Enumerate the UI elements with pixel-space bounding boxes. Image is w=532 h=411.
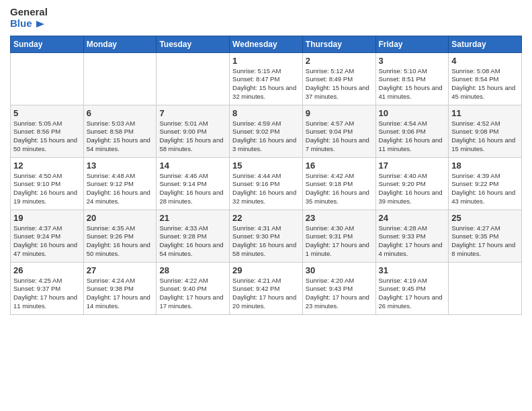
day-number: 15 bbox=[232, 161, 300, 171]
logo-triangle-icon bbox=[34, 18, 46, 30]
week-row-3: 12Sunrise: 4:50 AM Sunset: 9:10 PM Dayli… bbox=[11, 157, 522, 210]
day-number: 29 bbox=[232, 265, 300, 275]
day-cell: 5Sunrise: 5:05 AM Sunset: 8:56 PM Daylig… bbox=[11, 105, 84, 157]
day-info: Sunrise: 4:37 AM Sunset: 9:24 PM Dayligh… bbox=[13, 224, 81, 259]
page: General Blue SundayMondayTuesdayWednesda… bbox=[0, 0, 532, 411]
day-cell: 3Sunrise: 5:10 AM Sunset: 8:51 PM Daylig… bbox=[375, 52, 449, 105]
day-cell: 22Sunrise: 4:31 AM Sunset: 9:30 PM Dayli… bbox=[230, 210, 303, 262]
day-number: 3 bbox=[379, 56, 446, 66]
header: General Blue bbox=[10, 7, 522, 30]
day-number: 16 bbox=[306, 161, 373, 171]
day-info: Sunrise: 5:03 AM Sunset: 8:58 PM Dayligh… bbox=[87, 120, 154, 154]
day-info: Sunrise: 4:50 AM Sunset: 9:10 PM Dayligh… bbox=[13, 172, 81, 206]
day-info: Sunrise: 4:31 AM Sunset: 9:30 PM Dayligh… bbox=[232, 224, 300, 259]
day-number: 18 bbox=[451, 161, 519, 171]
day-number: 12 bbox=[13, 161, 81, 171]
day-info: Sunrise: 4:44 AM Sunset: 9:16 PM Dayligh… bbox=[232, 172, 300, 206]
day-number: 27 bbox=[87, 265, 154, 275]
day-number: 25 bbox=[451, 213, 519, 223]
day-cell: 29Sunrise: 4:21 AM Sunset: 9:42 PM Dayli… bbox=[230, 262, 303, 314]
day-info: Sunrise: 5:15 AM Sunset: 8:47 PM Dayligh… bbox=[232, 67, 300, 101]
weekday-header-friday: Friday bbox=[375, 36, 449, 52]
day-number: 1 bbox=[232, 56, 300, 66]
day-number: 31 bbox=[379, 265, 446, 275]
day-cell: 19Sunrise: 4:37 AM Sunset: 9:24 PM Dayli… bbox=[11, 210, 84, 262]
day-cell: 18Sunrise: 4:39 AM Sunset: 9:22 PM Dayli… bbox=[449, 157, 522, 210]
day-cell: 24Sunrise: 4:28 AM Sunset: 9:33 PM Dayli… bbox=[375, 210, 449, 262]
day-cell: 31Sunrise: 4:19 AM Sunset: 9:45 PM Dayli… bbox=[375, 262, 449, 314]
day-info: Sunrise: 4:20 AM Sunset: 9:43 PM Dayligh… bbox=[306, 277, 373, 311]
weekday-header-tuesday: Tuesday bbox=[157, 36, 230, 52]
day-info: Sunrise: 4:25 AM Sunset: 9:37 PM Dayligh… bbox=[13, 277, 81, 311]
day-number: 30 bbox=[306, 265, 373, 275]
day-number: 13 bbox=[87, 161, 154, 171]
day-info: Sunrise: 4:39 AM Sunset: 9:22 PM Dayligh… bbox=[451, 172, 519, 206]
day-number: 14 bbox=[159, 161, 226, 171]
day-cell: 25Sunrise: 4:27 AM Sunset: 9:35 PM Dayli… bbox=[449, 210, 522, 262]
day-info: Sunrise: 4:28 AM Sunset: 9:33 PM Dayligh… bbox=[379, 224, 446, 259]
day-info: Sunrise: 4:33 AM Sunset: 9:28 PM Dayligh… bbox=[159, 224, 226, 259]
day-number: 9 bbox=[306, 108, 373, 118]
day-cell bbox=[83, 52, 157, 105]
day-cell: 13Sunrise: 4:48 AM Sunset: 9:12 PM Dayli… bbox=[83, 157, 157, 210]
day-cell bbox=[157, 52, 230, 105]
day-number: 28 bbox=[159, 265, 226, 275]
day-number: 6 bbox=[87, 108, 154, 118]
day-info: Sunrise: 5:10 AM Sunset: 8:51 PM Dayligh… bbox=[379, 67, 446, 101]
day-cell: 2Sunrise: 5:12 AM Sunset: 8:49 PM Daylig… bbox=[302, 52, 375, 105]
svg-marker-0 bbox=[36, 21, 44, 28]
day-info: Sunrise: 4:30 AM Sunset: 9:31 PM Dayligh… bbox=[306, 224, 373, 259]
day-number: 22 bbox=[232, 213, 300, 223]
day-info: Sunrise: 4:35 AM Sunset: 9:26 PM Dayligh… bbox=[87, 224, 154, 259]
week-row-4: 19Sunrise: 4:37 AM Sunset: 9:24 PM Dayli… bbox=[11, 210, 522, 262]
day-info: Sunrise: 5:05 AM Sunset: 8:56 PM Dayligh… bbox=[13, 120, 81, 154]
day-cell: 12Sunrise: 4:50 AM Sunset: 9:10 PM Dayli… bbox=[11, 157, 84, 210]
weekday-header-row: SundayMondayTuesdayWednesdayThursdayFrid… bbox=[11, 36, 522, 52]
day-cell: 23Sunrise: 4:30 AM Sunset: 9:31 PM Dayli… bbox=[302, 210, 375, 262]
day-cell: 16Sunrise: 4:42 AM Sunset: 9:18 PM Dayli… bbox=[302, 157, 375, 210]
day-info: Sunrise: 4:21 AM Sunset: 9:42 PM Dayligh… bbox=[232, 277, 300, 311]
week-row-5: 26Sunrise: 4:25 AM Sunset: 9:37 PM Dayli… bbox=[11, 262, 522, 314]
day-number: 11 bbox=[451, 108, 519, 118]
week-row-2: 5Sunrise: 5:05 AM Sunset: 8:56 PM Daylig… bbox=[11, 105, 522, 157]
day-info: Sunrise: 4:48 AM Sunset: 9:12 PM Dayligh… bbox=[87, 172, 154, 206]
day-number: 10 bbox=[379, 108, 446, 118]
day-info: Sunrise: 4:27 AM Sunset: 9:35 PM Dayligh… bbox=[451, 224, 519, 259]
day-number: 24 bbox=[379, 213, 446, 223]
day-cell: 10Sunrise: 4:54 AM Sunset: 9:06 PM Dayli… bbox=[375, 105, 449, 157]
day-number: 20 bbox=[87, 213, 154, 223]
day-cell: 4Sunrise: 5:08 AM Sunset: 8:54 PM Daylig… bbox=[449, 52, 522, 105]
day-cell: 1Sunrise: 5:15 AM Sunset: 8:47 PM Daylig… bbox=[230, 52, 303, 105]
day-info: Sunrise: 4:59 AM Sunset: 9:02 PM Dayligh… bbox=[232, 120, 300, 154]
day-number: 2 bbox=[306, 56, 373, 66]
day-cell: 30Sunrise: 4:20 AM Sunset: 9:43 PM Dayli… bbox=[302, 262, 375, 314]
day-cell: 8Sunrise: 4:59 AM Sunset: 9:02 PM Daylig… bbox=[230, 105, 303, 157]
day-number: 17 bbox=[379, 161, 446, 171]
day-cell: 14Sunrise: 4:46 AM Sunset: 9:14 PM Dayli… bbox=[157, 157, 230, 210]
day-cell: 6Sunrise: 5:03 AM Sunset: 8:58 PM Daylig… bbox=[83, 105, 157, 157]
day-info: Sunrise: 5:08 AM Sunset: 8:54 PM Dayligh… bbox=[451, 67, 519, 101]
day-info: Sunrise: 4:54 AM Sunset: 9:06 PM Dayligh… bbox=[379, 120, 446, 154]
weekday-header-monday: Monday bbox=[83, 36, 157, 52]
day-info: Sunrise: 4:46 AM Sunset: 9:14 PM Dayligh… bbox=[159, 172, 226, 206]
day-number: 7 bbox=[159, 108, 226, 118]
day-info: Sunrise: 4:24 AM Sunset: 9:38 PM Dayligh… bbox=[87, 277, 154, 311]
day-info: Sunrise: 4:40 AM Sunset: 9:20 PM Dayligh… bbox=[379, 172, 446, 206]
day-number: 19 bbox=[13, 213, 81, 223]
day-cell bbox=[11, 52, 84, 105]
weekday-header-sunday: Sunday bbox=[11, 36, 84, 52]
day-info: Sunrise: 4:22 AM Sunset: 9:40 PM Dayligh… bbox=[159, 277, 226, 311]
day-info: Sunrise: 5:12 AM Sunset: 8:49 PM Dayligh… bbox=[306, 67, 373, 101]
weekday-header-saturday: Saturday bbox=[449, 36, 522, 52]
day-cell: 21Sunrise: 4:33 AM Sunset: 9:28 PM Dayli… bbox=[157, 210, 230, 262]
weekday-header-wednesday: Wednesday bbox=[230, 36, 303, 52]
day-number: 8 bbox=[232, 108, 300, 118]
day-info: Sunrise: 4:57 AM Sunset: 9:04 PM Dayligh… bbox=[306, 120, 373, 154]
day-number: 26 bbox=[13, 265, 81, 275]
day-cell: 26Sunrise: 4:25 AM Sunset: 9:37 PM Dayli… bbox=[11, 262, 84, 314]
day-cell: 11Sunrise: 4:52 AM Sunset: 9:08 PM Dayli… bbox=[449, 105, 522, 157]
day-info: Sunrise: 4:42 AM Sunset: 9:18 PM Dayligh… bbox=[306, 172, 373, 206]
calendar-table: SundayMondayTuesdayWednesdayThursdayFrid… bbox=[10, 36, 522, 315]
day-number: 21 bbox=[159, 213, 226, 223]
day-info: Sunrise: 4:19 AM Sunset: 9:45 PM Dayligh… bbox=[379, 277, 446, 311]
